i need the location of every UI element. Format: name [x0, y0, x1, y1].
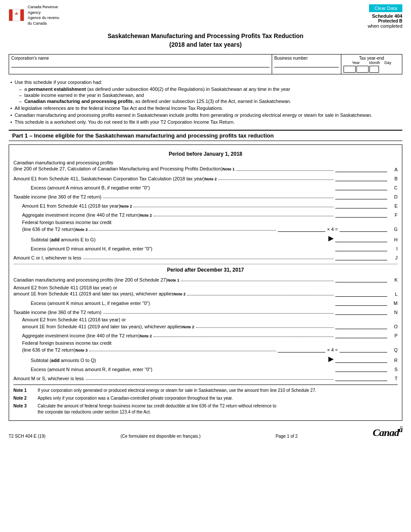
letter-e: E	[389, 203, 398, 208]
row-k-label: Canadian manufacturing and processing pr…	[13, 277, 167, 282]
note1-ref-a: Note 1	[223, 167, 235, 172]
tax-year-label: Tax year-end	[344, 56, 400, 61]
row-a-sub: (line 200 of Schedule 27, Calculation of…	[13, 166, 223, 172]
row-b-label: Amount E1 from Schedule 411, Saskatchewa…	[13, 176, 205, 181]
month-input[interactable]	[357, 66, 368, 72]
field-j[interactable]	[335, 253, 387, 260]
note1-text: If your corporation only generated or pr…	[38, 388, 316, 394]
schedule-info: Schedule 404 Protected B when completed	[368, 13, 402, 29]
note1-label: Note 1	[13, 388, 35, 394]
letter-h: H	[389, 237, 398, 242]
period1-header: Period before January 1, 2018	[13, 151, 398, 157]
note3-ref-q: Note 3	[76, 348, 88, 353]
row-l-label1: Amount E2 from Schedule 411 (2018 tax ye…	[13, 285, 335, 291]
note1-ref-k: Note 1	[167, 278, 180, 282]
row-a-label: Canadian manufacturing and processing pr…	[13, 160, 335, 166]
field-a[interactable]	[335, 165, 387, 172]
canada-flag-icon	[9, 9, 24, 21]
row-d-label: Taxable income (line 360 of the T2 retur…	[13, 194, 101, 199]
row-n-label: Taxable income (line 360 of the T2 retur…	[13, 310, 101, 315]
business-num-label: Business number	[274, 56, 339, 61]
excess-m-label: Excess (amount K minus amount L, if nega…	[31, 301, 334, 306]
letter-d: D	[389, 194, 398, 199]
excess-i-label: Excess (amount D minus amount H, if nega…	[31, 246, 334, 251]
letter-s: S	[389, 367, 398, 372]
excess-c-label: Excess (amount A minus amount B, if nega…	[31, 185, 334, 190]
field-m[interactable]	[335, 299, 387, 306]
field-t[interactable]	[335, 374, 387, 381]
note2-ref-p: Note 2	[140, 334, 152, 338]
part1-header: Part 1 – Income eligible for the Saskatc…	[9, 130, 402, 141]
note2-ref-e: Note 2	[120, 204, 132, 208]
canada-wordmark: Canadä	[373, 425, 402, 439]
row-q-sub-label: (line 636 of the T2 return)	[22, 347, 76, 353]
note3-ref-g: Note 3	[76, 228, 88, 232]
note3-label: Note 3	[13, 403, 35, 415]
page-footer: T2 SCH 404 E (19) (Ce formulaire est dis…	[9, 425, 402, 439]
letter-l: L	[389, 292, 398, 297]
note2-ref-b: Note 2	[205, 177, 217, 181]
letter-j: J	[389, 255, 398, 260]
field-b[interactable]	[335, 174, 387, 181]
field-p[interactable]	[335, 331, 387, 338]
row-l-label2: amount 1E from Schedule 411 (2019 and la…	[13, 291, 174, 297]
letter-f: F	[389, 212, 398, 218]
period2-header: Period after December 31, 2017	[13, 267, 398, 273]
letter-r: R	[389, 358, 398, 363]
field-c[interactable]	[335, 183, 387, 190]
field-i[interactable]	[335, 244, 387, 251]
svg-rect-1	[13, 10, 20, 21]
field-h[interactable]	[335, 235, 387, 242]
field-g1[interactable]	[278, 225, 325, 232]
part1-form: Period before January 1, 2018 Canadian m…	[9, 144, 402, 421]
field-k[interactable]	[335, 276, 387, 282]
row-j-label: Amount C or I, whichever is less	[13, 255, 81, 260]
note2-ref-l: Note 2	[174, 292, 186, 297]
field-q2[interactable]	[340, 346, 387, 353]
business-num-input[interactable]	[274, 61, 339, 67]
row-p-label: Aggregate investment income (line 440 of…	[22, 333, 140, 338]
row-o-label1: Amount E2 from Schedule 411 (2018 tax ye…	[22, 317, 398, 322]
notes-section: Note 1 If your corporation only generate…	[13, 385, 398, 415]
row-t-label: Amount M or S, whichever is less	[13, 376, 84, 381]
note3-text: Calculate the amount of federal foreign …	[38, 403, 276, 415]
instructions-section: • Use this schedule if your corporation …	[9, 80, 402, 125]
field-q1[interactable]	[278, 346, 325, 353]
excess-s-label: Excess (amount N minus amount R, if nega…	[31, 367, 334, 372]
svg-rect-2	[20, 10, 24, 21]
letter-g: G	[389, 227, 398, 232]
subtotal-r-label: Subtotal (add amounts O to Q)	[31, 358, 327, 363]
row-q-main-label: Federal foreign business income tax cred…	[22, 340, 398, 346]
row-g-sub-label: (line 636 of the T2 return)	[22, 227, 76, 232]
year-input[interactable]	[344, 66, 355, 72]
form-id: T2 SCH 404 E (19)	[9, 434, 45, 439]
field-d[interactable]	[335, 192, 387, 199]
field-g2[interactable]	[340, 225, 387, 232]
subtotal-h-label: Subtotal (add amounts E to G)	[31, 237, 327, 242]
row-f-label: Aggregate investment income (line 440 of…	[22, 212, 140, 218]
field-o[interactable]	[335, 322, 387, 329]
arrow-h: ▶	[328, 234, 334, 242]
corp-header-table: Corporation's name Business number Tax y…	[9, 54, 402, 74]
field-l[interactable]	[335, 290, 387, 297]
multiply-symbol-g: × 4 =	[327, 227, 338, 232]
row-g-main-label: Federal foreign business income tax cred…	[22, 220, 398, 225]
letter-a: A	[389, 167, 398, 172]
corp-name-input[interactable]	[11, 61, 270, 67]
field-r[interactable]	[335, 356, 387, 363]
field-n[interactable]	[335, 308, 387, 315]
field-s[interactable]	[335, 365, 387, 372]
agency-name: Canada RevenueAgency Agence du revenudu …	[28, 4, 59, 26]
row-o-label2: amount 1E from Schedule 411 (2019 and la…	[22, 324, 183, 329]
note2-label: Note 2	[13, 395, 35, 401]
day-input[interactable]	[370, 66, 379, 72]
field-f[interactable]	[335, 211, 387, 218]
clear-data-button[interactable]: Clear Data	[369, 4, 402, 12]
field-e[interactable]	[335, 202, 387, 208]
letter-n: N	[389, 310, 398, 315]
svg-rect-0	[9, 10, 13, 21]
letter-b: B	[389, 176, 398, 181]
letter-p: P	[389, 333, 398, 338]
page-title: Saskatchewan Manufacturing and Processin…	[9, 32, 402, 49]
row-e-label: Amount E1 from Schedule 411 (2018 tax ye…	[22, 203, 120, 208]
